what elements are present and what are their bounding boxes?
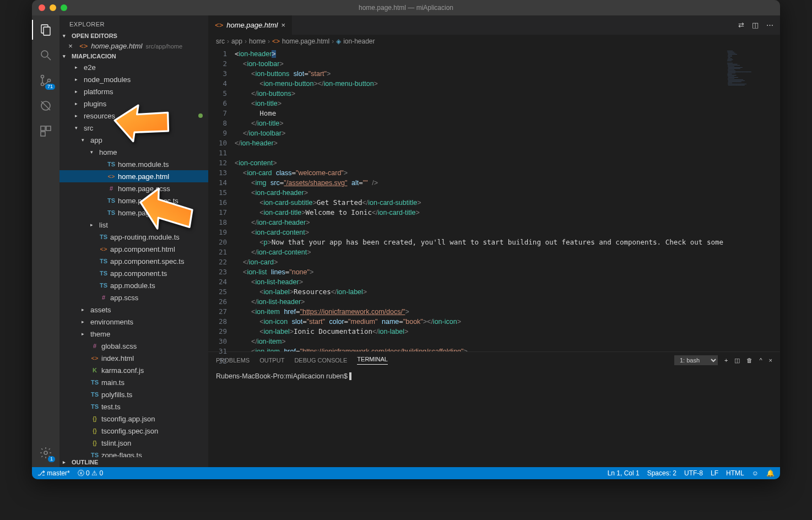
tree-item[interactable]: {}tsconfig.app.json — [59, 413, 208, 425]
svg-line-3 — [47, 57, 51, 60]
tree-item[interactable]: ▸e2e — [59, 61, 208, 73]
bottom-panel: PROBLEMS OUTPUT DEBUG CONSOLE TERMINAL 1… — [208, 351, 780, 467]
tree-item[interactable]: TStest.ts — [59, 400, 208, 413]
tree-item[interactable]: <>index.html — [59, 352, 208, 364]
terminal-selector[interactable]: 1: bash — [674, 355, 718, 365]
tree-item[interactable]: TSpolyfills.ts — [59, 388, 208, 400]
status-bar: ⎇ master* ⓧ 0 ⚠ 0 Ln 1, Col 1 Spaces: 2 … — [32, 467, 780, 479]
tree-item[interactable]: ▸platforms — [59, 85, 208, 98]
status-notifications-icon[interactable]: 🔔 — [766, 469, 775, 477]
element-icon: ◈ — [336, 37, 341, 45]
svg-point-12 — [44, 451, 47, 454]
tree-item[interactable]: Kkarma.conf.js — [59, 364, 208, 376]
tree-item[interactable]: TSzone-flags.ts — [59, 449, 208, 457]
tree-item[interactable]: ▸environments — [59, 316, 208, 328]
svg-marker-14 — [139, 187, 194, 231]
more-actions-icon[interactable]: ⋯ — [766, 21, 773, 29]
source-control-icon[interactable]: 71 — [38, 73, 53, 88]
maximize-panel-icon[interactable]: ^ — [759, 357, 762, 364]
tab-home-page-html[interactable]: <> home.page.html × — [208, 15, 293, 35]
editor-area: <> home.page.html × ⇄ ◫ ⋯ src› app› home… — [208, 15, 780, 467]
tree-item[interactable]: TSapp.module.ts — [59, 279, 208, 291]
editor-tabs: <> home.page.html × ⇄ ◫ ⋯ — [208, 15, 780, 35]
titlebar: home.page.html — miAplicacion — [32, 0, 780, 15]
tree-item[interactable]: TSapp.component.spec.ts — [59, 255, 208, 267]
window-close-icon[interactable] — [39, 4, 45, 11]
status-indentation[interactable]: Spaces: 2 — [647, 469, 676, 477]
html-file-icon: <> — [215, 21, 223, 29]
window-title: home.page.html — miAplicacion — [359, 4, 453, 12]
project-header[interactable]: ▾MIAPLICACION — [59, 51, 208, 61]
svg-point-6 — [48, 79, 51, 82]
svg-point-4 — [41, 75, 44, 78]
debug-icon[interactable] — [38, 98, 53, 113]
settings-badge: 1 — [48, 456, 55, 462]
annotation-arrow-icon — [137, 187, 197, 245]
extensions-icon[interactable] — [38, 123, 53, 139]
explorer-icon[interactable] — [38, 22, 53, 37]
html-file-icon: <> — [272, 37, 280, 45]
tree-item[interactable]: TSapp.component.ts — [59, 267, 208, 279]
tree-item[interactable]: TShome.module.ts — [59, 158, 208, 170]
outline-header[interactable]: ▸OUTLINE — [59, 457, 208, 467]
kill-terminal-icon[interactable]: 🗑 — [746, 357, 753, 364]
tree-item[interactable]: #app.scss — [59, 291, 208, 304]
window-minimize-icon[interactable] — [50, 4, 56, 11]
window-zoom-icon[interactable] — [61, 4, 67, 11]
status-problems[interactable]: ⓧ 0 ⚠ 0 — [78, 469, 103, 478]
sidebar-title: EXPLORER — [59, 15, 208, 31]
svg-point-5 — [41, 83, 44, 86]
svg-point-2 — [41, 51, 48, 57]
status-eol[interactable]: LF — [711, 469, 718, 477]
split-editor-icon[interactable]: ◫ — [752, 21, 759, 29]
breadcrumbs[interactable]: src› app› home› <> home.page.html› ◈ ion… — [208, 35, 780, 48]
panel-tab-output[interactable]: OUTPUT — [259, 357, 284, 364]
tree-item[interactable]: TSmain.ts — [59, 376, 208, 388]
code-editor[interactable]: <ion-header> <ion-toolbar> <ion-buttons … — [235, 48, 725, 351]
tree-item[interactable]: ▸node_modules — [59, 73, 208, 85]
compare-icon[interactable]: ⇄ — [738, 21, 744, 29]
activity-bar: 71 1 — [32, 15, 59, 467]
minimap[interactable]: ▬▬▬▬▬ ▬▬▬▬▬▬ ▬▬▬▬▬▬▬ ▬▬▬▬▬▬▬▬ ▬▬▬▬ ▬▬▬▬ … — [725, 48, 780, 351]
open-editor-item[interactable]: × <> home.page.html src/app/home — [59, 41, 208, 51]
tree-item[interactable]: <>home.page.html — [59, 170, 208, 182]
close-icon[interactable]: × — [68, 42, 76, 50]
tree-item[interactable]: {}tsconfig.spec.json — [59, 425, 208, 437]
search-icon[interactable] — [38, 47, 53, 63]
panel-tab-debug-console[interactable]: DEBUG CONSOLE — [294, 357, 347, 364]
tree-item[interactable]: {}tslint.json — [59, 437, 208, 449]
svg-rect-9 — [41, 126, 45, 131]
tree-item[interactable]: ▸assets — [59, 304, 208, 316]
new-terminal-icon[interactable]: + — [724, 357, 728, 364]
status-language[interactable]: HTML — [726, 469, 744, 477]
html-file-icon: <> — [79, 42, 88, 50]
status-encoding[interactable]: UTF-8 — [684, 469, 703, 477]
annotation-arrow-icon — [112, 96, 172, 154]
panel-tab-terminal[interactable]: TERMINAL — [357, 356, 388, 365]
split-terminal-icon[interactable]: ◫ — [734, 357, 740, 364]
status-cursor-position[interactable]: Ln 1, Col 1 — [608, 469, 640, 477]
svg-rect-1 — [44, 27, 50, 35]
terminal[interactable]: Rubens-MacBook-Pro:miAplicacion ruben$ — [208, 369, 780, 467]
svg-marker-13 — [112, 102, 171, 146]
scm-badge: 71 — [45, 84, 55, 90]
tree-item[interactable]: #global.scss — [59, 340, 208, 352]
close-tab-icon[interactable]: × — [281, 21, 285, 29]
status-branch[interactable]: ⎇ master* — [37, 469, 70, 477]
svg-rect-10 — [46, 126, 51, 131]
line-number-gutter: 1234567891011121314151617181920212223242… — [208, 48, 235, 351]
status-feedback-icon[interactable]: ☺ — [752, 469, 759, 477]
open-editors-header[interactable]: ▾OPEN EDITORS — [59, 31, 208, 41]
svg-rect-11 — [41, 132, 45, 136]
settings-gear-icon[interactable]: 1 — [38, 445, 53, 461]
close-panel-icon[interactable]: × — [769, 357, 772, 364]
tree-item[interactable]: ▸theme — [59, 328, 208, 340]
